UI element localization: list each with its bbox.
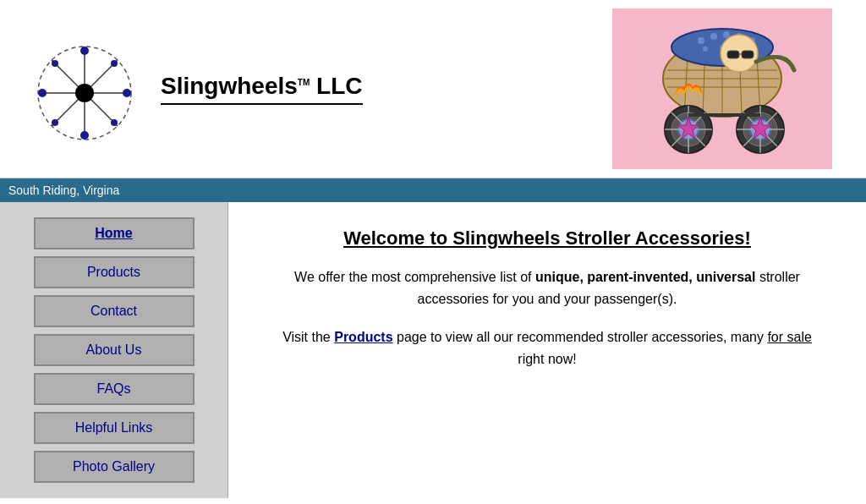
svg-rect-34 — [742, 51, 754, 58]
svg-point-24 — [698, 37, 704, 44]
svg-point-6 — [80, 47, 89, 55]
logo-icon — [17, 34, 152, 144]
logo-area: SlingwheelsTM LLC — [17, 34, 612, 144]
nav-products[interactable]: Products — [34, 256, 195, 288]
svg-point-10 — [52, 60, 58, 67]
svg-point-11 — [111, 119, 118, 126]
header-image — [612, 8, 832, 169]
stroller-illustration — [621, 15, 824, 163]
welcome-title: Welcome to Slingwheels Stroller Accessor… — [279, 227, 815, 249]
content-area: Welcome to Slingwheels Stroller Accessor… — [228, 202, 866, 498]
svg-point-8 — [38, 89, 47, 97]
svg-point-25 — [710, 33, 717, 40]
main-layout: Home Products Contact About Us FAQs Help… — [0, 202, 866, 498]
sidebar: Home Products Contact About Us FAQs Help… — [0, 202, 228, 498]
nav-home[interactable]: Home — [34, 217, 195, 249]
nav-contact[interactable]: Contact — [34, 295, 195, 327]
svg-point-13 — [52, 119, 58, 126]
svg-point-12 — [111, 60, 118, 67]
svg-point-5 — [75, 84, 94, 102]
para1-pre: We offer the most comprehensive list of — [294, 270, 535, 284]
header: SlingwheelsTM LLC — [0, 0, 866, 178]
para2-pre: Visit the — [282, 330, 334, 344]
para1-bold: unique, parent-invented, universal — [535, 270, 756, 284]
company-name: SlingwheelsTM LLC — [161, 73, 363, 105]
nav-about-us[interactable]: About Us — [34, 334, 195, 366]
for-sale-text: for sale — [767, 330, 811, 344]
intro-paragraph: We offer the most comprehensive list of … — [279, 266, 815, 310]
nav-helpful-links[interactable]: Helpful Links — [34, 412, 195, 444]
location-text: South Riding, Virgina — [8, 184, 119, 197]
svg-rect-33 — [727, 51, 739, 58]
para2-mid: page to view all our recommended strolle… — [393, 330, 768, 344]
svg-point-29 — [703, 47, 708, 52]
nav-faqs[interactable]: FAQs — [34, 373, 195, 405]
svg-point-9 — [123, 89, 131, 97]
logo-text: SlingwheelsTM LLC — [161, 73, 363, 105]
products-paragraph: Visit the Products page to view all our … — [279, 326, 815, 370]
location-bar: South Riding, Virgina — [0, 178, 866, 202]
nav-photo-gallery[interactable]: Photo Gallery — [34, 451, 195, 483]
para2-post: right now! — [518, 352, 576, 366]
products-link[interactable]: Products — [334, 330, 392, 344]
svg-point-7 — [80, 131, 89, 140]
